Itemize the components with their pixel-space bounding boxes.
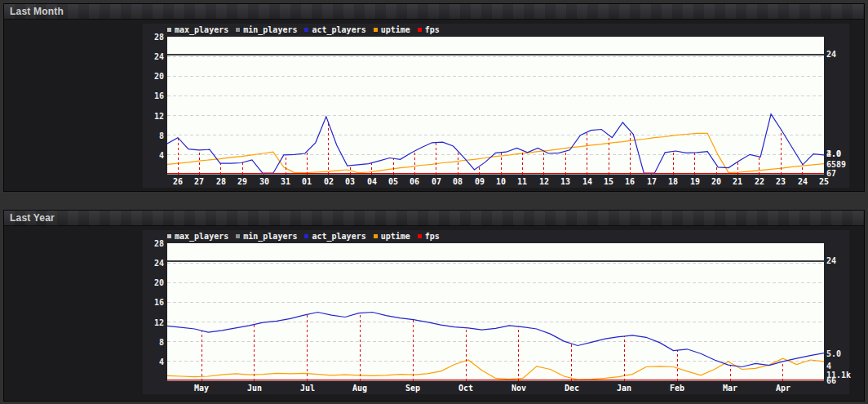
legend-swatch-icon bbox=[374, 234, 378, 238]
x-axis-label: May bbox=[185, 384, 218, 393]
panel-last-month: Last Month max_playersmin_playersact_pla… bbox=[3, 3, 865, 192]
x-axis-label: Feb bbox=[661, 384, 693, 393]
panel-last-month-header: Last Month bbox=[4, 4, 864, 20]
chart-legend: max_playersmin_playersact_playersuptimef… bbox=[167, 232, 447, 241]
legend-item-act_players: act_players bbox=[304, 232, 365, 241]
y-axis-label: 12 bbox=[143, 318, 164, 327]
x-axis-label: Dec bbox=[556, 384, 588, 393]
y-axis-label: 28 bbox=[143, 33, 164, 42]
y-axis-label: 28 bbox=[143, 239, 164, 248]
legend-label: act_players bbox=[312, 25, 365, 34]
chart-legend: max_playersmin_playersact_playersuptimef… bbox=[167, 25, 447, 34]
legend-swatch-icon bbox=[167, 234, 171, 238]
right-value-label: 4 bbox=[826, 362, 831, 371]
x-axis-label: Nov bbox=[503, 384, 535, 393]
legend-item-uptime: uptime bbox=[374, 25, 410, 34]
right-value-label: 2.0 bbox=[826, 149, 841, 158]
legend-label: fps bbox=[425, 25, 440, 34]
x-axis-label: Jul bbox=[291, 384, 324, 393]
panel-last-year-header: Last Year bbox=[4, 211, 864, 226]
x-axis-label: Oct bbox=[450, 384, 482, 393]
chart-last-month: max_playersmin_playersact_playersuptimef… bbox=[143, 24, 849, 188]
legend-label: uptime bbox=[381, 232, 410, 241]
legend-item-max_players: max_players bbox=[167, 232, 228, 241]
legend-label: min_players bbox=[243, 232, 297, 241]
x-axis-label: Aug bbox=[343, 384, 376, 393]
panel-title: Last Year bbox=[10, 212, 55, 224]
right-value-label: 24 bbox=[826, 50, 836, 59]
y-axis-label: 20 bbox=[143, 278, 164, 287]
chart-canvas bbox=[167, 243, 824, 381]
x-axis-label: Apr bbox=[767, 384, 799, 393]
legend-swatch-icon bbox=[304, 234, 308, 238]
right-value-label: 5.0 bbox=[826, 349, 841, 358]
right-value-label: 6589 bbox=[826, 160, 846, 169]
x-axis-label: 25 bbox=[808, 177, 840, 186]
panel-last-year: Last Year max_playersmin_playersact_play… bbox=[3, 210, 865, 402]
legend-item-max_players: max_players bbox=[167, 25, 228, 34]
legend-label: uptime bbox=[381, 25, 410, 34]
x-axis-label: Jan bbox=[608, 384, 640, 393]
panel-title: Last Month bbox=[10, 6, 64, 17]
legend-swatch-icon bbox=[236, 234, 240, 238]
legend-item-min_players: min_players bbox=[236, 25, 297, 34]
legend-label: max_players bbox=[175, 232, 228, 241]
legend-label: min_players bbox=[243, 25, 297, 34]
legend-item-act_players: act_players bbox=[304, 25, 365, 34]
chart-last-year: max_playersmin_playersact_playersuptimef… bbox=[143, 230, 849, 394]
legend-swatch-icon bbox=[418, 234, 422, 238]
legend-label: fps bbox=[425, 232, 440, 241]
y-axis-label: 4 bbox=[143, 151, 164, 160]
legend-label: max_players bbox=[175, 25, 228, 34]
legend-swatch-icon bbox=[167, 28, 171, 32]
legend-swatch-icon bbox=[236, 28, 240, 32]
legend-swatch-icon bbox=[374, 28, 378, 32]
x-axis-label: Sep bbox=[396, 384, 429, 393]
y-axis-label: 16 bbox=[143, 91, 164, 100]
legend-item-fps: fps bbox=[418, 232, 440, 241]
y-axis-label: 24 bbox=[143, 52, 164, 61]
panel-last-year-body: max_playersmin_playersact_playersuptimef… bbox=[4, 230, 864, 404]
server-stats-dashboard: Last Month max_playersmin_playersact_pla… bbox=[0, 0, 868, 404]
legend-item-uptime: uptime bbox=[374, 232, 410, 241]
panel-last-month-body: max_playersmin_playersact_playersuptimef… bbox=[4, 24, 864, 194]
legend-item-min_players: min_players bbox=[236, 232, 297, 241]
y-axis-label: 4 bbox=[143, 357, 164, 366]
legend-item-fps: fps bbox=[418, 25, 440, 34]
right-value-label: 66 bbox=[826, 376, 836, 385]
y-axis-label: 12 bbox=[143, 112, 164, 121]
right-value-label: 24 bbox=[826, 256, 836, 265]
y-axis-label: 8 bbox=[143, 131, 164, 140]
legend-swatch-icon bbox=[304, 28, 308, 32]
chart-canvas bbox=[167, 37, 824, 175]
y-axis-label: 20 bbox=[143, 72, 164, 81]
legend-label: act_players bbox=[312, 232, 365, 241]
x-axis-label: Jun bbox=[238, 384, 271, 393]
y-axis-label: 24 bbox=[143, 259, 164, 268]
legend-swatch-icon bbox=[418, 28, 422, 32]
y-axis-label: 8 bbox=[143, 338, 164, 347]
y-axis-label: 16 bbox=[143, 298, 164, 307]
x-axis-label: Mar bbox=[714, 384, 746, 393]
